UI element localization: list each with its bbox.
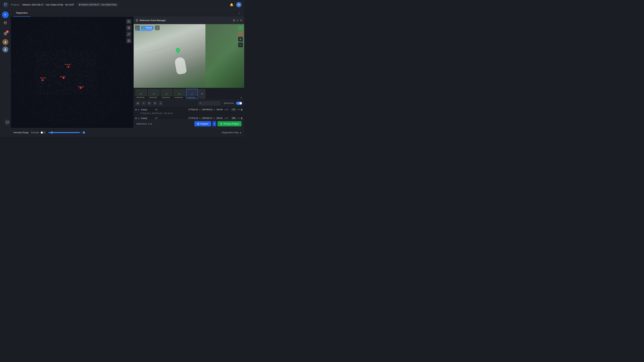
breadcrumb-current: Malvern 2024-08-27 - Vue Zoltan Emily - …: [22, 3, 74, 6]
intensity-slider[interactable]: [48, 132, 85, 133]
point2-delete-icon[interactable]: 🗑: [240, 117, 243, 119]
notification-badge: 11: [6, 30, 9, 33]
scissors-tool[interactable]: ✂: [238, 42, 243, 47]
notification-icon[interactable]: 🔔: [230, 3, 234, 6]
thumb-1-label: 0000000000...: [135, 96, 147, 98]
svg-text:✓: ✓: [177, 49, 179, 51]
point-dot-point4: [68, 66, 69, 67]
svg-rect-0: [4, 3, 6, 4]
point2-edit-icon[interactable]: ✏: [238, 117, 240, 119]
point1-settings-icon[interactable]: ⊕: [135, 108, 137, 111]
avatar-sm-2[interactable]: [2, 46, 8, 52]
search-input[interactable]: [202, 102, 219, 104]
refresh-button[interactable]: ↻: [147, 101, 152, 105]
rpm-image-area[interactable]: ← Point4 → 5/5: [134, 24, 244, 88]
main-layout: + 11: [0, 9, 244, 137]
process-project-button[interactable]: Process Project: [218, 121, 242, 126]
add-button[interactable]: +: [2, 11, 9, 18]
nav-next-button[interactable]: →: [155, 25, 160, 30]
svg-point-8: [137, 20, 137, 20]
point1-n-val: 277518.23: [188, 108, 198, 111]
thumb-2[interactable]: ✓ 0000000000...: [148, 89, 160, 99]
home-icon[interactable]: [126, 38, 132, 43]
point2-target-icon[interactable]: ◎: [138, 117, 140, 119]
svg-rect-1: [6, 3, 7, 4]
point2-settings-icon[interactable]: ⊕: [135, 117, 137, 119]
add-point-button[interactable]: ⊕: [136, 101, 140, 105]
point2-tag-icon[interactable]: 🏷: [155, 117, 158, 119]
more-options-icon[interactable]: ⋮: [237, 10, 242, 15]
svg-rect-2: [4, 5, 6, 6]
point1-sub-z-val: 262.78: [164, 112, 170, 114]
register-label: Register: [200, 122, 208, 125]
svg-marker-12: [221, 123, 222, 125]
point1-target-icon[interactable]: ◎: [138, 108, 140, 111]
register-button[interactable]: Register: [194, 121, 211, 126]
register-dropdown-button[interactable]: ▾: [212, 121, 216, 126]
thumb-3-label: 0000000000...: [161, 96, 172, 98]
thumb-5-label: 0000000000...: [186, 96, 198, 98]
project-badge-label: Malvern 2024-08-27 - Vue Zoltan Emily: [82, 3, 116, 6]
thumb-4[interactable]: ✓ 0000000000...: [173, 89, 185, 99]
chat-button[interactable]: [4, 119, 10, 125]
rpm-title: Reference Point Manager: [140, 19, 232, 22]
left-sidebar: + 11: [0, 9, 11, 137]
rpm-header-icons: ⊟ ⤢ ✕: [233, 19, 242, 22]
avatar-sm-1[interactable]: [2, 39, 8, 45]
delete-button[interactable]: ✕: [153, 101, 157, 105]
crosshair-tool[interactable]: ⊕: [238, 37, 243, 41]
download-button[interactable]: ⤓: [158, 101, 163, 105]
user-avatar[interactable]: Z2: [236, 2, 242, 7]
svg-rect-3: [6, 5, 7, 6]
shadow-person: [174, 56, 187, 75]
expand-icon[interactable]: ⤢: [236, 19, 239, 22]
thumb-1[interactable]: ✓ 0000000000...: [135, 89, 147, 99]
breadcrumb-root[interactable]: Projects: [11, 3, 19, 6]
thumb-3[interactable]: ✓ 0000000000...: [160, 89, 172, 99]
viewport-3d[interactable]: Point1 Point2 Point3 Point4: [11, 17, 134, 128]
add-button-2[interactable]: +: [142, 101, 146, 105]
close-tool[interactable]: ✕: [238, 31, 243, 36]
edit-icon[interactable]: [126, 31, 132, 37]
rpm-panel: Reference Point Manager ⊟ ⤢ ✕ ← Point4: [134, 17, 244, 128]
minimize-icon[interactable]: ⊟: [233, 19, 235, 22]
current-point-badge: Point4: [141, 26, 154, 29]
intensity-slider-thumb-left[interactable]: [51, 131, 53, 134]
check-tool[interactable]: ✓: [238, 25, 243, 30]
point2-main-row: ⊕ ◎ Point2 🏷 277473.24 N 2587926.37 E 25…: [134, 115, 244, 119]
rpm-progress-fill: [135, 30, 152, 31]
point1-tag-icon[interactable]: 🏷: [155, 108, 158, 111]
thumb-5-check: ✓: [191, 92, 194, 96]
point2-row[interactable]: ⊕ ◎ Point2 🏷 277473.24 N 2587926.37 E 25…: [134, 115, 244, 119]
point1-edit-icon[interactable]: ✏: [238, 108, 240, 111]
progress-label: 5/5: [135, 29, 137, 31]
point1-q-icon[interactable]: ?: [227, 108, 228, 111]
exclude-toggle[interactable]: [40, 131, 46, 134]
project-badge[interactable]: Malvern 2024-08-27 - Vue Zoltan Emily: [78, 3, 118, 6]
rpm-toolbar: ⊕ + ↻ ✕ ⤓ Show Error: [134, 100, 244, 107]
thumb-2-check: ✓: [152, 92, 155, 96]
thumb-expand-button[interactable]: ▾: [240, 89, 243, 99]
thumb-5[interactable]: ✓ 0000000000...: [186, 89, 198, 99]
viewport-row: Point1 Point2 Point3 Point4: [11, 17, 244, 128]
point1-sub-e-val: 2587970.25: [152, 112, 162, 114]
eye-icon[interactable]: [126, 19, 132, 24]
rpm-image-tools: ✓ ✕ ⊕ ✂: [238, 25, 243, 47]
point2-q-icon[interactable]: ?: [227, 117, 228, 119]
process-project-label: Process Project: [224, 122, 239, 125]
point2-elv: elv: [224, 117, 227, 119]
point1-row[interactable]: ⊕ ◎ Point1 🏷 277518.23 N 2587969.63 E 26…: [134, 107, 244, 112]
app-logo[interactable]: [3, 2, 9, 8]
files-button[interactable]: [2, 19, 9, 26]
layers-icon[interactable]: [126, 25, 132, 30]
thumb-add-button[interactable]: +: [199, 89, 206, 99]
tab-registration[interactable]: Registration: [14, 9, 30, 17]
point1-e-val: 2587969.63: [202, 108, 212, 111]
reg-help-row[interactable]: Registration Help ▲: [222, 131, 242, 134]
map-pin-icon: [136, 19, 138, 22]
show-error-toggle[interactable]: [236, 102, 242, 105]
close-icon[interactable]: ✕: [240, 19, 242, 22]
point1-delete-icon[interactable]: 🗑: [240, 108, 243, 111]
globe-button[interactable]: 11: [2, 30, 9, 37]
intensity-slider-thumb-right[interactable]: [83, 131, 85, 134]
